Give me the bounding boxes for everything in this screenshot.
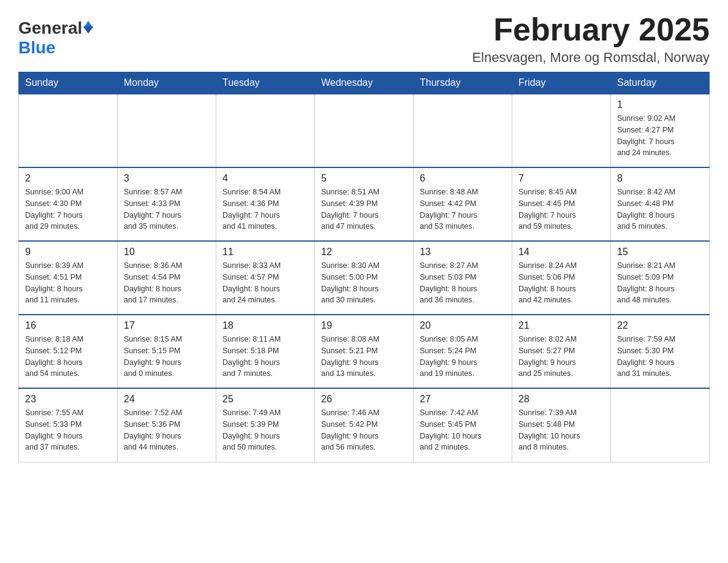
table-row: 18Sunrise: 8:11 AM Sunset: 5:18 PM Dayli… [216,315,315,388]
day-number: 4 [222,173,308,184]
header: General Blue February 2025 Elnesvagen, M… [18,12,710,66]
day-number: 27 [420,394,506,405]
logo-general-text: General [18,18,82,38]
table-row [315,94,414,167]
col-wednesday: Wednesday [315,72,414,94]
day-info: Sunrise: 8:54 AM Sunset: 4:36 PM Dayligh… [222,186,308,232]
title-area: February 2025 Elnesvagen, More og Romsda… [472,12,710,66]
day-number: 1 [617,99,703,110]
table-row: 25Sunrise: 7:49 AM Sunset: 5:39 PM Dayli… [216,388,315,462]
day-info: Sunrise: 8:27 AM Sunset: 5:03 PM Dayligh… [420,260,506,306]
day-number: 9 [25,247,111,258]
day-info: Sunrise: 8:30 AM Sunset: 5:00 PM Dayligh… [321,260,407,306]
col-friday: Friday [512,72,611,94]
location-title: Elnesvagen, More og Romsdal, Norway [472,50,710,66]
col-monday: Monday [118,72,216,94]
day-info: Sunrise: 9:02 AM Sunset: 4:27 PM Dayligh… [617,113,703,159]
day-info: Sunrise: 8:42 AM Sunset: 4:48 PM Dayligh… [617,186,703,232]
day-info: Sunrise: 8:36 AM Sunset: 4:54 PM Dayligh… [124,260,210,306]
table-row: 8Sunrise: 8:42 AM Sunset: 4:48 PM Daylig… [611,167,710,241]
table-row: 14Sunrise: 8:24 AM Sunset: 5:06 PM Dayli… [512,241,611,315]
table-row: 6Sunrise: 8:48 AM Sunset: 4:42 PM Daylig… [414,167,512,241]
logo: General Blue [18,18,93,58]
table-row: 24Sunrise: 7:52 AM Sunset: 5:36 PM Dayli… [118,388,216,462]
day-number: 14 [518,247,604,258]
day-number: 25 [222,394,308,405]
col-thursday: Thursday [414,72,512,94]
day-number: 18 [222,320,308,331]
day-info: Sunrise: 7:39 AM Sunset: 5:48 PM Dayligh… [518,407,604,453]
arrow-down-icon [83,26,93,34]
days-of-week-row: Sunday Monday Tuesday Wednesday Thursday… [19,72,710,94]
day-info: Sunrise: 7:55 AM Sunset: 5:33 PM Dayligh… [25,407,111,453]
table-row: 13Sunrise: 8:27 AM Sunset: 5:03 PM Dayli… [414,241,512,315]
table-row: 20Sunrise: 8:05 AM Sunset: 5:24 PM Dayli… [414,315,512,388]
day-number: 10 [124,247,210,258]
day-number: 17 [124,320,210,331]
col-sunday: Sunday [19,72,118,94]
table-row [414,94,512,167]
day-info: Sunrise: 9:00 AM Sunset: 4:30 PM Dayligh… [25,186,111,232]
table-row: 12Sunrise: 8:30 AM Sunset: 5:00 PM Dayli… [315,241,414,315]
day-number: 24 [124,394,210,405]
day-number: 12 [321,247,407,258]
day-number: 20 [420,320,506,331]
table-row: 26Sunrise: 7:46 AM Sunset: 5:42 PM Dayli… [315,388,414,462]
day-info: Sunrise: 8:11 AM Sunset: 5:18 PM Dayligh… [222,334,308,380]
table-row: 15Sunrise: 8:21 AM Sunset: 5:09 PM Dayli… [611,241,710,315]
week-row-0: 1Sunrise: 9:02 AM Sunset: 4:27 PM Daylig… [19,94,710,167]
day-number: 5 [321,173,407,184]
day-number: 7 [518,173,604,184]
table-row [118,94,216,167]
day-info: Sunrise: 7:59 AM Sunset: 5:30 PM Dayligh… [617,334,703,380]
logo-icon [83,21,93,34]
day-info: Sunrise: 8:39 AM Sunset: 4:51 PM Dayligh… [25,260,111,306]
table-row: 27Sunrise: 7:42 AM Sunset: 5:45 PM Dayli… [414,388,512,462]
day-number: 11 [222,247,308,258]
day-info: Sunrise: 7:49 AM Sunset: 5:39 PM Dayligh… [222,407,308,453]
day-number: 22 [617,320,703,331]
table-row: 11Sunrise: 8:33 AM Sunset: 4:57 PM Dayli… [216,241,315,315]
table-row [512,94,611,167]
day-info: Sunrise: 8:33 AM Sunset: 4:57 PM Dayligh… [222,260,308,306]
day-info: Sunrise: 7:42 AM Sunset: 5:45 PM Dayligh… [420,407,506,453]
week-row-3: 16Sunrise: 8:18 AM Sunset: 5:12 PM Dayli… [19,315,710,388]
week-row-4: 23Sunrise: 7:55 AM Sunset: 5:33 PM Dayli… [19,388,710,462]
day-number: 21 [518,320,604,331]
day-info: Sunrise: 8:24 AM Sunset: 5:06 PM Dayligh… [518,260,604,306]
day-number: 8 [617,173,703,184]
day-number: 6 [420,173,506,184]
day-number: 2 [25,173,111,184]
table-row [19,94,118,167]
day-info: Sunrise: 8:45 AM Sunset: 4:45 PM Dayligh… [518,186,604,232]
table-row [216,94,315,167]
col-saturday: Saturday [611,72,710,94]
day-info: Sunrise: 8:57 AM Sunset: 4:33 PM Dayligh… [124,186,210,232]
table-row: 7Sunrise: 8:45 AM Sunset: 4:45 PM Daylig… [512,167,611,241]
table-row: 22Sunrise: 7:59 AM Sunset: 5:30 PM Dayli… [611,315,710,388]
day-number: 23 [25,394,111,405]
day-number: 26 [321,394,407,405]
day-info: Sunrise: 8:15 AM Sunset: 5:15 PM Dayligh… [124,334,210,380]
day-number: 16 [25,320,111,331]
table-row: 3Sunrise: 8:57 AM Sunset: 4:33 PM Daylig… [118,167,216,241]
day-info: Sunrise: 8:51 AM Sunset: 4:39 PM Dayligh… [321,186,407,232]
day-info: Sunrise: 7:52 AM Sunset: 5:36 PM Dayligh… [124,407,210,453]
day-info: Sunrise: 8:18 AM Sunset: 5:12 PM Dayligh… [25,334,111,380]
day-info: Sunrise: 8:02 AM Sunset: 5:27 PM Dayligh… [518,334,604,380]
day-info: Sunrise: 8:05 AM Sunset: 5:24 PM Dayligh… [420,334,506,380]
month-title: February 2025 [472,12,710,47]
col-tuesday: Tuesday [216,72,315,94]
table-row: 4Sunrise: 8:54 AM Sunset: 4:36 PM Daylig… [216,167,315,241]
table-row: 2Sunrise: 9:00 AM Sunset: 4:30 PM Daylig… [19,167,118,241]
day-number: 15 [617,247,703,258]
week-row-2: 9Sunrise: 8:39 AM Sunset: 4:51 PM Daylig… [19,241,710,315]
calendar-table: Sunday Monday Tuesday Wednesday Thursday… [18,72,710,462]
table-row: 10Sunrise: 8:36 AM Sunset: 4:54 PM Dayli… [118,241,216,315]
table-row: 28Sunrise: 7:39 AM Sunset: 5:48 PM Dayli… [512,388,611,462]
table-row: 9Sunrise: 8:39 AM Sunset: 4:51 PM Daylig… [19,241,118,315]
table-row: 16Sunrise: 8:18 AM Sunset: 5:12 PM Dayli… [19,315,118,388]
day-info: Sunrise: 8:21 AM Sunset: 5:09 PM Dayligh… [617,260,703,306]
table-row [611,388,710,462]
day-number: 19 [321,320,407,331]
